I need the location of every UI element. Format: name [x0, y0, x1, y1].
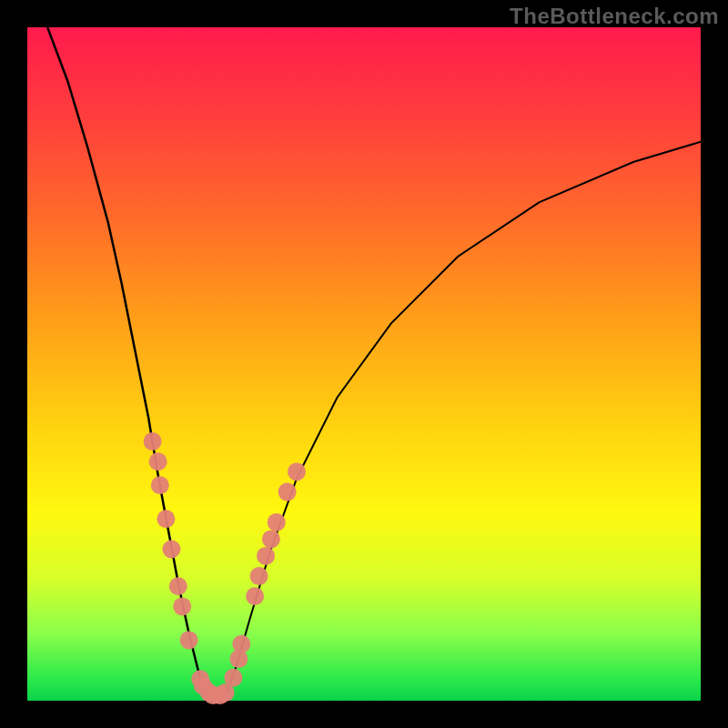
plot-area — [27, 27, 701, 701]
chart-frame: TheBottleneck.com — [0, 0, 728, 728]
watermark-text: TheBottleneck.com — [510, 4, 719, 29]
